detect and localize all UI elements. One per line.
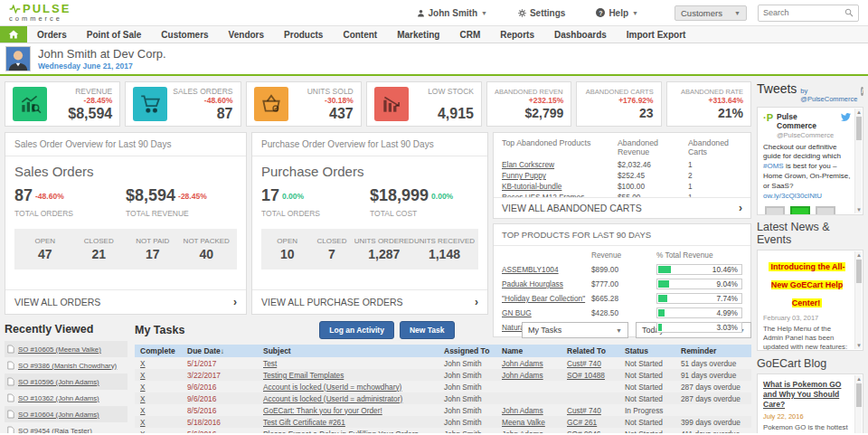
settings-menu[interactable]: Settings — [518, 8, 565, 18]
scroll-up-icon[interactable]: ▲ — [855, 251, 863, 259]
scroll-down-icon[interactable]: ▼ — [855, 206, 863, 213]
task-subject-link[interactable]: Testing Email Templates — [263, 371, 344, 380]
product-link[interactable]: "Holiday Bear Collection" — [502, 294, 585, 303]
recently-viewed-item[interactable]: SO #10362 (John Adams) — [5, 390, 127, 406]
nav-item[interactable]: Customers — [151, 30, 218, 40]
scroll-down-icon[interactable]: ▼ — [855, 342, 863, 349]
product-link[interactable]: GN BUG — [502, 308, 532, 317]
complete-task-link[interactable]: X — [140, 383, 146, 392]
hashtag-link[interactable]: #OMS — [763, 162, 784, 170]
recently-viewed-item[interactable]: SO #10604 (John Adams) — [5, 406, 127, 422]
task-reminder: 287 days overdue — [675, 383, 751, 392]
related-to-link[interactable]: SO# 9946 — [567, 430, 600, 434]
product-link[interactable]: KB-tutorial-bundle — [502, 182, 561, 191]
view-all-purchase-orders-link[interactable]: VIEW ALL PURCHASE ORDERS › — [252, 289, 487, 314]
task-subject-link[interactable]: Account is locked (UserId = mchowdhary) — [263, 383, 401, 392]
nav-item[interactable]: Point of Sale — [77, 30, 152, 40]
column-header-name[interactable]: Name — [496, 346, 561, 355]
column-header-status[interactable]: Status — [619, 346, 675, 355]
search-scope-select[interactable]: Customers ▼ — [675, 5, 747, 21]
contact-name-link[interactable]: John Adams — [502, 406, 543, 415]
contact-name-link[interactable]: John Adams — [502, 430, 543, 434]
kpi-delta: -48.60% — [173, 96, 232, 105]
complete-task-link[interactable]: X — [140, 430, 146, 434]
contact-name-link[interactable]: Meena Valke — [502, 418, 545, 427]
nav-item[interactable]: Reports — [490, 30, 544, 40]
nav-item[interactable]: Content — [333, 30, 387, 40]
info-icon[interactable]: i — [861, 87, 863, 96]
column-header-assigned-to[interactable]: Assigned To — [439, 346, 496, 355]
column-header-complete[interactable]: Complete — [135, 346, 182, 355]
product-link[interactable]: Funny Puppy — [502, 171, 546, 180]
complete-task-link[interactable]: X — [140, 406, 146, 415]
nav-item[interactable]: Marketing — [387, 30, 449, 40]
column-header-related-to[interactable]: Related To — [561, 346, 619, 355]
product-link[interactable]: ASSEMBLY1004 — [502, 265, 559, 274]
tweet-url-link[interactable]: ow.ly/3cQl30clNtU — [763, 192, 822, 200]
scrollbar[interactable]: ▲▼ — [854, 251, 862, 349]
complete-task-link[interactable]: X — [140, 371, 146, 380]
contact-name-link[interactable]: John Adams — [502, 359, 543, 368]
recently-viewed-item[interactable]: SO #10605 (Meena Valke) — [5, 341, 127, 357]
scroll-up-icon[interactable]: ▲ — [855, 375, 863, 383]
complete-task-link[interactable]: X — [140, 418, 146, 427]
nav-home-tab[interactable] — [0, 26, 27, 43]
complete-task-link[interactable]: X — [140, 359, 146, 368]
view-all-orders-link[interactable]: VIEW ALL ORDERS › — [5, 289, 246, 314]
task-subject-link[interactable]: Test Gift Certificate #261 — [263, 418, 345, 427]
recently-viewed-link[interactable]: SO #9386 (Manish Chowdhary) — [18, 362, 117, 370]
recently-viewed-item[interactable]: SO #10596 (John Adams) — [5, 374, 127, 390]
task-subject-link[interactable]: Test — [263, 359, 277, 368]
nav-item[interactable]: Import Export — [617, 30, 696, 40]
recently-viewed-link[interactable]: SO #10362 (John Adams) — [18, 394, 99, 402]
recently-viewed-link[interactable]: SO #10596 (John Adams) — [18, 378, 99, 386]
user-menu[interactable]: John Smith ▼ — [417, 8, 487, 18]
task-subject-link[interactable]: Account is locked (UserId = administrato… — [263, 394, 402, 403]
recently-viewed-link[interactable]: SO #10605 (Meena Valke) — [18, 345, 101, 354]
complete-task-link[interactable]: X — [140, 394, 146, 403]
search-input[interactable] — [763, 8, 844, 17]
news-headline-link[interactable]: Introducing the All-New GoECart Help Cen… — [769, 262, 844, 307]
scrollbar-thumb[interactable] — [856, 117, 862, 140]
log-activity-button[interactable]: Log an Activity — [319, 321, 394, 339]
new-task-button[interactable]: New Task — [400, 321, 455, 339]
scroll-up-icon[interactable]: ▲ — [855, 109, 863, 116]
tweets-by-link[interactable]: by @PulseCommerce — [800, 87, 857, 103]
column-header-reminder[interactable]: Reminder — [675, 346, 751, 355]
nav-item[interactable]: Vendors — [219, 30, 274, 40]
product-link[interactable]: Paduak Hourglass — [502, 279, 563, 288]
blog-headline-link[interactable]: What is Pokemon GO and Why You Should Ca… — [763, 380, 851, 410]
view-all-abandoned-carts-link[interactable]: VIEW ALL ABANDONED CARTS › — [494, 197, 750, 218]
nav-item[interactable]: Dashboards — [544, 30, 617, 40]
recently-viewed-link[interactable]: SO #10604 (John Adams) — [18, 411, 99, 419]
task-subject-link[interactable]: GoECart: Thank you for your Order! — [263, 406, 382, 415]
nav-item[interactable]: CRM — [449, 30, 490, 40]
recently-viewed-item[interactable]: SO #9386 (Manish Chowdhary) — [5, 357, 127, 374]
column-header-due-date[interactable]: Due Date↓ — [182, 346, 258, 355]
column-header-subject[interactable]: Subject — [258, 346, 439, 355]
tweet-account-handle[interactable]: @PulseCommerce — [777, 131, 837, 139]
total-cost-metric: $18,9990.00% TOTAL COST — [370, 186, 478, 218]
twitter-icon[interactable] — [841, 113, 851, 121]
help-menu[interactable]: ? Help ▼ — [596, 8, 638, 18]
related-to-link[interactable]: SO# 10488 — [567, 371, 605, 380]
stat-value: 21 — [72, 247, 127, 261]
task-subject-link[interactable]: Please Expect a Delay in Fulfilling Your… — [263, 430, 419, 434]
contact-name-link[interactable]: John Adams — [502, 371, 543, 380]
related-to-link[interactable]: Cust# 740 — [567, 359, 601, 368]
task-type-select[interactable]: My Tasks ▼ — [522, 322, 628, 338]
tweet-account-name[interactable]: Pulse Commerce — [777, 113, 837, 131]
product-link[interactable]: Elan Corkscrew — [502, 160, 554, 169]
search-icon[interactable] — [844, 8, 854, 17]
nav-item[interactable]: Orders — [27, 30, 77, 40]
recently-viewed-item[interactable]: SO #9454 (Raja Tester) — [5, 422, 127, 433]
related-to-link[interactable]: Cust# 740 — [567, 406, 601, 415]
scrollbar[interactable]: ▲▼ — [854, 109, 862, 213]
nav-item[interactable]: Products — [274, 30, 333, 40]
scrollbar[interactable]: ▲▼ — [854, 375, 862, 433]
kpi-value: $8,594 — [52, 106, 112, 122]
scrollbar-thumb[interactable] — [856, 260, 862, 283]
recently-viewed-link[interactable]: SO #9454 (Raja Tester) — [18, 427, 92, 434]
scrollbar-thumb[interactable] — [856, 383, 862, 407]
related-to-link[interactable]: GC# 261 — [567, 418, 597, 427]
